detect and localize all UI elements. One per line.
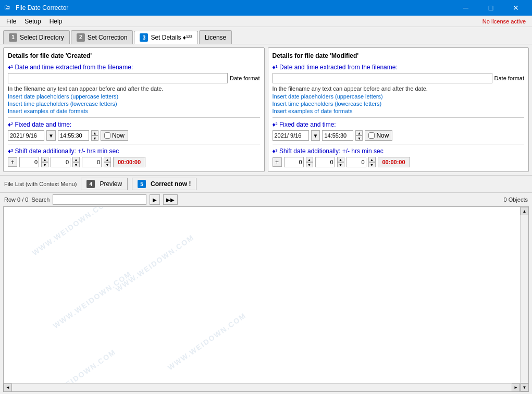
created-now-checkbox[interactable] bbox=[104, 132, 110, 139]
created-min-spin-up[interactable]: ▲ bbox=[72, 157, 80, 162]
modified-time-spin-down[interactable]: ▼ bbox=[355, 136, 363, 141]
created-time-spin-down[interactable]: ▼ bbox=[91, 136, 98, 141]
created-time-input[interactable] bbox=[58, 130, 89, 141]
modified-section2-label: ♦² Fixed date and time: bbox=[273, 121, 525, 128]
modified-now-checkbox[interactable] bbox=[368, 132, 375, 139]
tab-set-correction[interactable]: 2 Set Correction bbox=[71, 30, 133, 44]
created-filename-input-row: Date format bbox=[8, 73, 260, 83]
preview-label: Preview bbox=[100, 180, 122, 188]
modified-time-input[interactable] bbox=[322, 130, 353, 141]
maximize-button[interactable]: □ bbox=[479, 0, 503, 16]
modified-time-spin-up[interactable]: ▲ bbox=[355, 130, 363, 136]
menu-file[interactable]: File bbox=[2, 16, 20, 27]
modified-info-text: In the filename any text can appear befo… bbox=[273, 85, 525, 92]
created-plus-btn[interactable]: + bbox=[8, 157, 17, 167]
file-list-area: WWW.WEIDOWN.COM WWW.WEIDOWN.COM WWW.WEID… bbox=[3, 206, 529, 392]
modified-link-time-placeholders[interactable]: Insert time placeholders (lowercase lett… bbox=[273, 101, 525, 107]
created-hrs-spin-down[interactable]: ▼ bbox=[41, 162, 48, 167]
modified-link-date-examples[interactable]: Insert examples of date formats bbox=[273, 108, 525, 114]
row-count: Row 0 / 0 bbox=[4, 196, 28, 203]
modified-sec-spin-up[interactable]: ▲ bbox=[368, 157, 376, 162]
created-time-display: 00:00:00 bbox=[113, 157, 145, 167]
modified-now-btn[interactable]: Now bbox=[365, 130, 392, 141]
modified-link-date-placeholders[interactable]: Insert date placeholders (uppercase lett… bbox=[273, 93, 525, 100]
panel-modified: Details for file date 'Modified' ♦¹ Date… bbox=[268, 47, 529, 172]
created-min-spin-down[interactable]: ▼ bbox=[72, 162, 80, 167]
objects-count: 0 Objects bbox=[504, 196, 528, 203]
modified-hrs-spinner: ▲ ▼ bbox=[306, 157, 313, 167]
tab-bar: 1 Select Directory 2 Set Correction 3 Se… bbox=[0, 27, 532, 44]
created-date-format-label: Date format bbox=[230, 75, 259, 81]
created-hrs-spin-up[interactable]: ▲ bbox=[41, 157, 48, 162]
title-bar-controls: ─ □ ✕ bbox=[454, 0, 528, 16]
created-sec-spin-down[interactable]: ▼ bbox=[104, 162, 111, 167]
search-input[interactable] bbox=[53, 194, 146, 205]
created-fixed-date-row: ▼ ▲ ▼ Now bbox=[8, 130, 260, 141]
tab-num-1: 1 bbox=[9, 33, 17, 42]
scroll-down-btn[interactable]: ▼ bbox=[521, 383, 529, 391]
created-date-picker-btn[interactable]: ▼ bbox=[46, 130, 56, 141]
modified-date-input[interactable] bbox=[273, 130, 309, 141]
created-sec-spinner: ▲ ▼ bbox=[104, 157, 111, 167]
app-icon: 🗂 bbox=[4, 4, 13, 12]
created-now-btn[interactable]: Now bbox=[101, 130, 128, 141]
scroll-right-btn[interactable]: ► bbox=[512, 384, 520, 392]
modified-sec-spin-down[interactable]: ▼ bbox=[368, 162, 376, 167]
play-button[interactable]: ▶ bbox=[150, 194, 160, 205]
modified-sec-spinner: ▲ ▼ bbox=[368, 157, 376, 167]
created-hrs-spinner: ▲ ▼ bbox=[41, 157, 48, 167]
created-link-date-examples[interactable]: Insert examples of date formats bbox=[8, 108, 260, 114]
menu-help[interactable]: Help bbox=[45, 16, 67, 27]
tab-num-2: 2 bbox=[77, 33, 85, 42]
panels-row: Details for file date 'Created' ♦¹ Date … bbox=[0, 44, 532, 175]
watermark-2: WWW.WEIDOWN.COM bbox=[114, 233, 196, 293]
created-time-spin-up[interactable]: ▲ bbox=[91, 130, 98, 136]
scroll-up-btn[interactable]: ▲ bbox=[521, 207, 529, 215]
created-section1-label: ♦¹ Date and time extracted from the file… bbox=[8, 64, 260, 71]
created-link-date-placeholders[interactable]: Insert date placeholders (uppercase lett… bbox=[8, 93, 260, 100]
menu-setup[interactable]: Setup bbox=[20, 16, 45, 27]
preview-num: 4 bbox=[86, 180, 95, 188]
created-min-input[interactable] bbox=[51, 157, 70, 167]
modified-shift-row: + ▲ ▼ ▲ ▼ ▲ ▼ 00:00 bbox=[273, 157, 525, 167]
scroll-left-btn[interactable]: ◄ bbox=[4, 384, 12, 392]
modified-min-spin-up[interactable]: ▲ bbox=[337, 157, 344, 162]
fast-forward-button[interactable]: ▶▶ bbox=[163, 194, 178, 205]
preview-button[interactable]: 4 Preview bbox=[81, 178, 128, 190]
created-hrs-input[interactable] bbox=[19, 157, 39, 167]
created-date-input[interactable] bbox=[8, 130, 44, 141]
created-filename-input[interactable] bbox=[8, 73, 228, 83]
tab-select-directory[interactable]: 1 Select Directory bbox=[3, 30, 70, 44]
modified-sec-input[interactable] bbox=[347, 157, 366, 167]
watermark-4: WWW.WEIDOWN.COM bbox=[166, 311, 248, 372]
bottom-bar: File List (with Context Menu) 4 Preview … bbox=[0, 175, 532, 192]
watermark-3: WWW.WEIDOWN.COM bbox=[52, 269, 133, 330]
modified-date-picker-btn[interactable]: ▼ bbox=[311, 130, 320, 141]
correct-now-button[interactable]: 5 Correct now ! bbox=[132, 178, 196, 190]
modified-plus-btn[interactable]: + bbox=[273, 157, 282, 167]
modified-min-spin-down[interactable]: ▼ bbox=[337, 162, 344, 167]
modified-min-input[interactable] bbox=[315, 157, 335, 167]
tab-num-3: 3 bbox=[140, 33, 148, 42]
created-sec-input[interactable] bbox=[82, 157, 102, 167]
modified-hrs-input[interactable] bbox=[284, 157, 304, 167]
minimize-button[interactable]: ─ bbox=[454, 0, 478, 16]
menu-bar: File Setup Help No license active bbox=[0, 16, 532, 27]
modified-date-format-label: Date format bbox=[494, 75, 524, 81]
search-label: Search bbox=[31, 196, 50, 203]
modified-hrs-spin-down[interactable]: ▼ bbox=[306, 162, 313, 167]
modified-now-label: Now bbox=[376, 132, 389, 139]
modified-filename-input[interactable] bbox=[273, 73, 492, 83]
tab-license[interactable]: License bbox=[199, 30, 232, 44]
title-bar: 🗂 File Date Corrector ─ □ ✕ bbox=[0, 0, 532, 16]
modified-hrs-spin-up[interactable]: ▲ bbox=[306, 157, 313, 162]
close-button[interactable]: ✕ bbox=[504, 0, 528, 16]
tab-set-details[interactable]: 3 Set Details ♦¹²³ bbox=[134, 31, 197, 44]
created-now-label: Now bbox=[112, 132, 125, 139]
scrollbar-vertical: ▲ ▼ bbox=[520, 207, 528, 391]
created-sec-spin-up[interactable]: ▲ bbox=[104, 157, 111, 162]
created-link-time-placeholders[interactable]: Insert time placeholders (lowercase lett… bbox=[8, 101, 260, 107]
scrollbar-horizontal: ◄ ► bbox=[4, 383, 520, 391]
modified-time-display: 00:00:00 bbox=[378, 157, 410, 167]
content-area: Details for file date 'Created' ♦¹ Date … bbox=[0, 44, 532, 394]
